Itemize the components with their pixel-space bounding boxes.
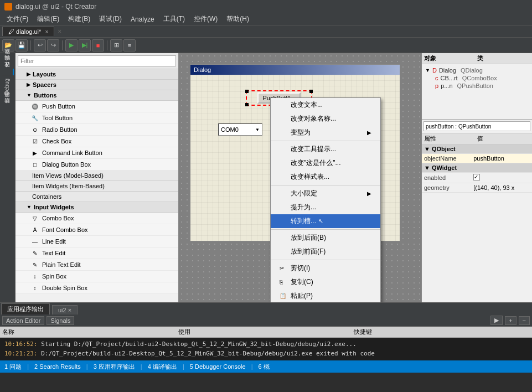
prop-row-enabled[interactable]: enabled	[422, 173, 532, 183]
category-containers[interactable]: Containers	[16, 192, 178, 202]
toolbar-align-btn[interactable]: ≡	[123, 39, 136, 51]
property-filter-input[interactable]	[423, 121, 530, 131]
ctx-change-stylesheet[interactable]: 改变样式表...	[271, 170, 380, 184]
property-header: 属性 值	[422, 133, 532, 145]
obj-col-class: 类	[477, 54, 530, 63]
ae-add-btn[interactable]: +	[505, 316, 516, 325]
tab-close-btn[interactable]: ×	[58, 28, 61, 35]
widget-tool-button[interactable]: 🔧 Tool Button	[16, 112, 178, 124]
prop-row-objectname[interactable]: objectName pushButton	[422, 154, 532, 163]
obj-row-dialog[interactable]: ▼ D Dialog QDialog	[424, 66, 530, 74]
menu-file[interactable]: 文件(F)	[2, 13, 33, 25]
bottom-tab-ui2[interactable]: ui2 ×	[52, 305, 78, 314]
combobox-canvas[interactable]: COM0 ▼	[218, 123, 262, 136]
toolbar-stop-btn[interactable]: ■	[92, 39, 104, 51]
status-app-output[interactable]: 3 应用程序输出	[94, 363, 135, 371]
prop-row-geometry[interactable]: geometry [(140, 40), 93 x	[422, 183, 532, 193]
widget-check-box[interactable]: ☑ Check Box	[16, 136, 178, 147]
category-input-widgets[interactable]: ▼ Input Widgets	[16, 202, 178, 213]
widget-plain-text-edit[interactable]: ✎ Plain Text Edit	[16, 259, 178, 271]
widget-push-button[interactable]: 🔘 Push Button	[16, 101, 178, 112]
menu-analyze[interactable]: Analyze	[126, 14, 159, 24]
ctx-send-back[interactable]: 放到后面(B)	[271, 231, 380, 245]
mode-project[interactable]: 项目	[2, 98, 14, 105]
widget-combo-box[interactable]: ▽ Combo Box	[16, 213, 178, 224]
prop-value-enabled[interactable]	[471, 173, 532, 183]
combobox-obj-class: QComboBox	[462, 75, 497, 81]
widget-radio-button[interactable]: ⊙ Radio Button	[16, 124, 178, 136]
widget-line-edit[interactable]: — Line Edit	[16, 236, 178, 247]
ctx-goto-slot[interactable]: 转到槽... ↖	[271, 214, 380, 228]
toolbar-save-btn[interactable]: 💾	[16, 39, 28, 51]
toolbar-grid-btn[interactable]: ⊞	[110, 39, 122, 51]
mode-welcome[interactable]: 欢迎	[2, 55, 14, 62]
ae-filter-btn[interactable]: ▶	[490, 316, 503, 325]
toolbar-open-btn[interactable]: 📂	[2, 39, 14, 51]
obj-row-combobox[interactable]: c CB...rt QComboBox	[424, 74, 530, 82]
menu-widget[interactable]: 控件(W)	[189, 13, 222, 25]
mode-edit[interactable]: 编辑	[2, 62, 14, 69]
combobox-dropdown-icon[interactable]: ▼	[255, 127, 260, 132]
widget-spin-box[interactable]: ↕ Spin Box	[16, 271, 178, 282]
filter-input[interactable]	[18, 55, 176, 66]
prop-value-geometry[interactable]: [(140, 40), 93 x	[471, 183, 532, 193]
ctx-change-text[interactable]: 改变文本...	[271, 98, 380, 112]
widget-radio-button-label: Radio Button	[42, 126, 78, 133]
status-build-output[interactable]: 4 编译输出	[148, 363, 177, 371]
category-layouts[interactable]: ▶ Layouts	[16, 69, 178, 80]
signals-tab-btn[interactable]: Signals	[47, 316, 74, 325]
menu-tools[interactable]: 工具(T)	[159, 13, 189, 25]
toolbar-debug-btn[interactable]: ▶|	[79, 39, 91, 51]
toolbar-run-btn[interactable]: ▶	[65, 39, 78, 51]
widget-font-combo-box[interactable]: A Font Combo Box	[16, 224, 178, 236]
action-editor-tab-btn[interactable]: Action Editor	[2, 316, 44, 325]
prop-value-objectname[interactable]: pushButton	[471, 154, 532, 163]
category-spacers[interactable]: ▶ Spacers	[16, 80, 178, 90]
category-item-views[interactable]: Item Views (Model-Based)	[16, 171, 178, 181]
radio-button-icon: ⊙	[31, 126, 39, 133]
enabled-checkbox[interactable]	[473, 174, 480, 180]
tab-dialog-ui[interactable]: 🖊 dialog.ui* ×	[2, 27, 54, 36]
menu-edit[interactable]: 编辑(E)	[33, 13, 64, 25]
ae-remove-btn[interactable]: −	[519, 316, 530, 325]
ctx-promote[interactable]: 提升为...	[271, 200, 380, 214]
widget-dialog-button-box[interactable]: □ Dialog Button Box	[16, 159, 178, 171]
obj-row-pushbutton[interactable]: p p...n QPushButton	[424, 82, 530, 90]
ctx-change-name[interactable]: 改变对象名称...	[271, 112, 380, 126]
tab-close-icon[interactable]: ×	[45, 29, 48, 35]
status-overview[interactable]: 6 概	[259, 363, 270, 371]
prop-name-enabled: enabled	[422, 173, 471, 183]
widget-double-spin-box[interactable]: ↕ Double Spin Box	[16, 282, 178, 294]
status-problems[interactable]: 1 问题	[4, 363, 22, 371]
widget-text-edit[interactable]: ✎ Text Edit	[16, 247, 178, 259]
category-item-widgets[interactable]: Item Widgets (Item-Based)	[16, 181, 178, 192]
dialog-title-bar: Dialog	[190, 65, 400, 75]
menu-debug[interactable]: 调试(D)	[95, 13, 126, 25]
ctx-paste[interactable]: 📋 粘贴(P)	[271, 289, 380, 302]
ctx-size-limit[interactable]: 大小限定 ▶	[271, 187, 380, 200]
ctx-change-whatsthis[interactable]: 改变"这是什么"...	[271, 156, 380, 170]
status-debugger[interactable]: 5 Debugger Console	[190, 363, 246, 370]
mode-design[interactable]: 设计	[2, 69, 14, 75]
mode-help[interactable]: 帮助	[2, 105, 14, 111]
scissors-icon: ✂	[280, 265, 288, 271]
toolbar-sep1	[30, 40, 31, 50]
ctx-morph[interactable]: 变型为 ▶	[271, 126, 380, 140]
mode-debug[interactable]: Debug	[2, 75, 13, 98]
menu-help[interactable]: 帮助(H)	[222, 13, 254, 25]
canvas-area[interactable]: Dialog PushButt^... COM0 ▼	[179, 53, 421, 302]
bottom-tab-output[interactable]: 应用程序输出	[1, 303, 50, 314]
toolbar-undo-btn[interactable]: ↩	[34, 39, 46, 51]
menu-build[interactable]: 构建(B)	[64, 13, 95, 25]
ctx-cut[interactable]: ✂ 剪切(I)	[271, 261, 380, 275]
status-search[interactable]: 2 Search Results	[34, 363, 81, 370]
ctx-change-tooltip[interactable]: 改变工具提示...	[271, 142, 380, 156]
object-panel: 对象 类 ▼ D Dialog QDialog c CB...rt QCombo…	[422, 53, 532, 120]
ctx-bring-front[interactable]: 放到前面(F)	[271, 245, 380, 259]
menu-bar: 文件(F) 编辑(E) 构建(B) 调试(D) Analyze 工具(T) 控件…	[0, 13, 532, 25]
category-buttons[interactable]: ▼ Buttons	[16, 90, 178, 101]
toolbar-redo-btn[interactable]: ↪	[47, 39, 59, 51]
output-line-2: 10:21:23: D:/QT_Project/build-ui2-Deskto…	[4, 349, 528, 359]
ctx-copy[interactable]: ⎘ 复制(C)	[271, 275, 380, 289]
widget-command-link[interactable]: ▶ Command Link Button	[16, 147, 178, 159]
